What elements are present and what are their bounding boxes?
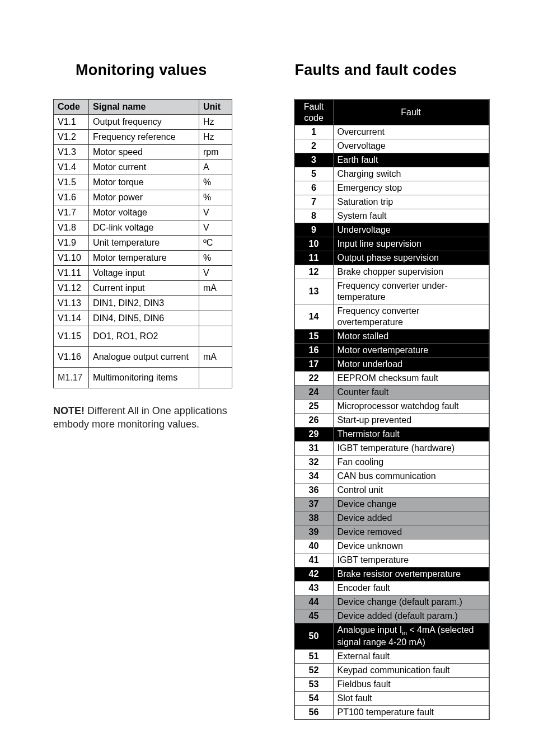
fault-code: 14 — [294, 304, 334, 330]
mon-signal: Frequency reference — [89, 130, 199, 145]
mon-unit: V — [199, 205, 232, 220]
fault-code: 44 — [294, 595, 334, 609]
fault-desc: Device change (default param.) — [333, 595, 489, 609]
mon-code: V1.4 — [54, 160, 89, 175]
table-row: V1.3Motor speedrpm — [54, 145, 232, 160]
mon-unit: % — [199, 251, 232, 266]
table-row: 1Overcurrent — [294, 125, 489, 139]
faults-title: Faults and fault codes — [295, 62, 501, 79]
table-row: V1.8DC-link voltageV — [54, 220, 232, 236]
table-row: 25Microprocessor watchdog fault — [294, 400, 489, 414]
table-row: 8System fault — [294, 209, 489, 223]
fault-code: 13 — [294, 279, 334, 304]
fault-desc: Motor overtemperature — [333, 344, 489, 358]
table-row: 12Brake chopper supervision — [294, 265, 489, 279]
fault-code: 56 — [294, 706, 334, 720]
table-row: 29Thermistor fault — [294, 428, 489, 442]
table-row: 56PT100 temperature fault — [294, 706, 489, 720]
mon-code: V1.12 — [54, 281, 89, 296]
mon-signal: DIN4, DIN5, DIN6 — [89, 311, 199, 326]
mon-signal: DIN1, DIN2, DIN3 — [89, 296, 199, 311]
mon-signal: Motor power — [89, 190, 199, 205]
mon-unit: Hz — [199, 130, 232, 145]
mon-unit: % — [199, 175, 232, 190]
mon-code: V1.3 — [54, 145, 89, 160]
fault-code: 51 — [294, 650, 334, 664]
table-row: 6Emergency stop — [294, 181, 489, 195]
fault-desc: Input line supervision — [333, 237, 489, 251]
fault-desc: External fault — [333, 650, 489, 664]
fault-desc: IGBT temperature — [333, 553, 489, 567]
fault-code: 2 — [294, 139, 334, 153]
table-row: M1.17Multimonitoring items — [54, 368, 232, 388]
table-row: 3Earth fault — [294, 153, 489, 167]
table-row: V1.13DIN1, DIN2, DIN3 — [54, 296, 232, 311]
mon-unit: V — [199, 220, 232, 236]
fault-header-code: Fault code — [294, 100, 334, 125]
fault-desc: Thermistor fault — [333, 428, 489, 442]
fault-desc: Device unknown — [333, 539, 489, 553]
fault-code: 22 — [294, 372, 334, 386]
table-row: 9Undervoltage — [294, 223, 489, 237]
table-row: 31IGBT temperature (hardware) — [294, 442, 489, 456]
fault-code: 43 — [294, 581, 334, 595]
fault-header-fault: Fault — [333, 100, 489, 125]
table-row: V1.4Motor currentA — [54, 160, 232, 175]
fault-code: 15 — [294, 330, 334, 344]
fault-code: 52 — [294, 664, 334, 678]
mon-code: V1.14 — [54, 311, 89, 326]
fault-code: 36 — [294, 483, 334, 497]
table-row: V1.14DIN4, DIN5, DIN6 — [54, 311, 232, 326]
mon-signal: Voltage input — [89, 266, 199, 281]
mon-signal: DC-link voltage — [89, 220, 199, 236]
fault-code: 5 — [294, 167, 334, 181]
table-row: 32Fan cooling — [294, 456, 489, 469]
fault-code: 3 — [294, 153, 334, 167]
table-row: 7Saturation trip — [294, 195, 489, 209]
mon-unit — [199, 296, 232, 311]
fault-code: 31 — [294, 442, 334, 456]
mon-code: V1.15 — [54, 326, 89, 347]
fault-code: 45 — [294, 609, 334, 623]
fault-desc: Charging switch — [333, 167, 489, 181]
table-row: V1.9Unit temperatureºC — [54, 236, 232, 251]
monitoring-note: NOTE! Different All in One applications … — [53, 404, 232, 431]
fault-code: 17 — [294, 358, 334, 372]
mon-signal: Output frequency — [89, 115, 199, 130]
fault-code: 34 — [294, 469, 334, 483]
fault-desc: Overvoltage — [333, 139, 489, 153]
fault-desc: Encoder fault — [333, 581, 489, 595]
table-row: 16Motor overtemperature — [294, 344, 489, 358]
mon-signal: Motor current — [89, 160, 199, 175]
fault-code: 16 — [294, 344, 334, 358]
fault-code: 41 — [294, 553, 334, 567]
table-row: V1.12Current inputmA — [54, 281, 232, 296]
fault-code: 11 — [294, 251, 334, 265]
fault-code: 10 — [294, 237, 334, 251]
fault-desc: EEPROM checksum fault — [333, 372, 489, 386]
table-row: V1.1Output frequencyHz — [54, 115, 232, 130]
fault-code: 29 — [294, 428, 334, 442]
mon-unit: V — [199, 266, 232, 281]
table-row: 36Control unit — [294, 483, 489, 497]
table-row: 41IGBT temperature — [294, 553, 489, 567]
fault-code: 26 — [294, 414, 334, 428]
mon-unit: A — [199, 160, 232, 175]
mon-code: V1.16 — [54, 347, 89, 368]
table-row: 43Encoder fault — [294, 581, 489, 595]
fault-desc: Analogue input Iin < 4mA (selected signa… — [333, 623, 489, 650]
fault-desc: Counter fault — [333, 386, 489, 400]
table-row: 34CAN bus communication — [294, 469, 489, 483]
fault-code: 1 — [294, 125, 334, 139]
monitoring-title: Monitoring values — [76, 62, 260, 79]
table-row: 39Device removed — [294, 525, 489, 539]
fault-desc: Device change — [333, 497, 489, 511]
fault-code: 7 — [294, 195, 334, 209]
mon-signal: Motor temperature — [89, 251, 199, 266]
monitoring-table: Code Signal name Unit V1.1Output frequen… — [53, 99, 232, 388]
table-row: 53Fieldbus fault — [294, 678, 489, 692]
table-row: 14Frequency converter overtemperature — [294, 304, 489, 330]
fault-desc: Earth fault — [333, 153, 489, 167]
fault-desc: CAN bus communication — [333, 469, 489, 483]
fault-desc: Microprocessor watchdog fault — [333, 400, 489, 414]
